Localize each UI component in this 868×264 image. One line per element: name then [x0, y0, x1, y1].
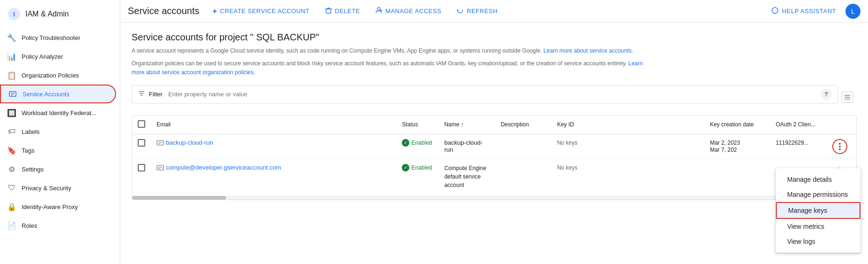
row2-keyid-cell: No keys — [551, 159, 704, 194]
delete-icon — [325, 7, 332, 16]
sidebar-label-service-accounts: Service Accounts — [23, 91, 70, 98]
sidebar-item-policy-analyzer[interactable]: 📊 Policy Analyzer — [0, 47, 116, 66]
learn-more-service-accounts-link[interactable]: Learn more about service accounts. — [543, 47, 633, 54]
dropdown-view-logs[interactable]: View logs — [776, 234, 860, 249]
table-row: backup-cloud-run ✓ Enabled backup-cloud-… — [132, 134, 856, 159]
svg-rect-5 — [326, 9, 331, 13]
row1-action-button[interactable] — [832, 139, 847, 154]
row1-checkbox-cell — [132, 134, 151, 159]
user-avatar[interactable]: L — [845, 4, 860, 19]
delete-button-label: DELETE — [335, 8, 360, 15]
row2-status-dot: ✓ — [402, 164, 409, 171]
row2-checkbox[interactable] — [138, 164, 145, 171]
refresh-button[interactable]: REFRESH — [451, 4, 503, 19]
sidebar-item-settings[interactable]: ⚙ Settings — [0, 160, 116, 179]
manage-access-icon — [375, 7, 383, 16]
svg-point-10 — [377, 8, 380, 10]
horizontal-scrollbar[interactable] — [132, 196, 856, 200]
col-header-keydate: Key creation date — [704, 116, 770, 134]
sidebar-app-title: IAM & Admin — [25, 10, 69, 18]
row2-key-id: No keys — [557, 164, 577, 171]
content-area: Service accounts for project " SQL BACKU… — [120, 23, 868, 264]
policy-analyzer-icon: 📊 — [8, 52, 16, 61]
service-account-icon — [156, 139, 164, 147]
sidebar-label-workload-identity: Workload Identity Federat... — [22, 109, 96, 116]
row1-email-cell: backup-cloud-run — [151, 134, 396, 159]
row2-email-cell: compute@developer.gserviceaccount.com — [151, 159, 396, 194]
labels-icon: 🏷 — [8, 127, 16, 136]
sidebar-item-workload-identity[interactable]: 🔲 Workload Identity Federat... — [0, 103, 116, 122]
row1-checkbox[interactable] — [138, 139, 145, 147]
sidebar-item-privacy-security[interactable]: 🛡 Privacy & Security — [0, 179, 116, 197]
roles-icon: 📄 — [8, 221, 16, 230]
sidebar-label-policy-troubleshooter: Policy Troubleshooter — [22, 34, 80, 41]
filter-icon — [138, 90, 145, 99]
help-assistant-button[interactable]: HELP ASSISTANT — [765, 4, 842, 19]
content-description1: A service account represents a Google Cl… — [132, 47, 649, 55]
row2-name-text: Compute Engine default service account — [444, 165, 486, 188]
sidebar-label-tags: Tags — [22, 147, 34, 154]
row1-name-cell: backup-cloud-run — [438, 134, 495, 159]
row2-status-badge: ✓ Enabled — [402, 164, 433, 171]
organization-policies-icon: 📋 — [8, 71, 16, 79]
row1-name-text: backup-cloud-run — [444, 139, 483, 153]
dropdown-view-metrics[interactable]: View metrics — [776, 219, 860, 234]
sidebar-item-tags[interactable]: 🔖 Tags — [0, 141, 116, 160]
col-header-name[interactable]: Name ↑ — [438, 116, 495, 134]
dropdown-manage-permissions[interactable]: Manage permissions — [776, 187, 860, 202]
sidebar-label-organization-policies: Organization Policies — [22, 72, 79, 79]
sidebar-item-service-accounts[interactable]: Service Accounts — [0, 85, 116, 103]
sidebar-label-identity-aware-proxy: Identity-Aware Proxy — [22, 203, 78, 210]
plus-icon: + — [212, 7, 217, 16]
service-accounts-icon — [8, 90, 17, 98]
manage-access-button[interactable]: MANAGE ACCESS — [369, 4, 447, 19]
tags-icon: 🔖 — [8, 146, 16, 155]
row2-keydate-cell — [704, 159, 770, 194]
filter-bar: Filter ? — [132, 85, 838, 104]
col-header-actions: Actions — [827, 116, 856, 134]
sidebar-item-roles[interactable]: 📄 Roles — [0, 216, 116, 235]
row1-status-text: Enabled — [411, 140, 432, 146]
sidebar-item-policy-troubleshooter[interactable]: 🔧 Policy Troubleshooter — [0, 28, 116, 47]
content-page-title: Service accounts for project " SQL BACKU… — [132, 32, 857, 43]
svg-rect-2 — [9, 92, 16, 96]
sidebar-label-privacy-security: Privacy & Security — [22, 185, 71, 192]
row1-action-cell — [827, 134, 856, 159]
row1-keydate-cell: Mar 2, 2023Mar 7, 202 — [704, 134, 770, 159]
row1-email-link[interactable]: backup-cloud-run — [166, 139, 213, 146]
filter-help-button[interactable]: ? — [821, 89, 832, 100]
create-service-account-button[interactable]: + CREATE SERVICE ACCOUNT — [207, 4, 315, 19]
dropdown-manage-details[interactable]: Manage details — [776, 172, 860, 187]
row2-status-cell: ✓ Enabled — [396, 159, 438, 194]
col-header-email: Email — [151, 116, 396, 134]
row2-status-text: Enabled — [411, 164, 432, 171]
scrollbar-thumb[interactable] — [132, 196, 226, 200]
page-title: Service accounts — [128, 6, 199, 16]
delete-button[interactable]: DELETE — [319, 4, 366, 19]
avatar-letter: L — [851, 8, 855, 15]
row1-oauth-cell: 111922629... — [770, 134, 827, 159]
identity-aware-proxy-icon: 🔒 — [8, 202, 16, 211]
filter-input[interactable] — [168, 91, 817, 98]
row1-keyid-cell: No keys — [551, 134, 704, 159]
sidebar-item-identity-aware-proxy[interactable]: 🔒 Identity-Aware Proxy — [0, 197, 116, 216]
policy-troubleshooter-icon: 🔧 — [8, 33, 16, 42]
table-row: compute@developer.gserviceaccount.com ✓ … — [132, 159, 856, 194]
refresh-button-label: REFRESH — [467, 8, 498, 15]
sidebar-item-organization-policies[interactable]: 📋 Organization Policies — [0, 66, 116, 85]
column-settings-button[interactable] — [842, 92, 853, 103]
dropdown-manage-keys[interactable]: Manage keys — [776, 202, 860, 219]
service-accounts-table: Email Status Name ↑ Description Key ID — [132, 115, 857, 200]
description2-text: Organization policies can be used to sec… — [132, 60, 627, 67]
sidebar-item-labels[interactable]: 🏷 Labels — [0, 122, 116, 141]
sidebar: I IAM & Admin 🔧 Policy Troubleshooter 📊 … — [0, 0, 120, 264]
col-header-checkbox — [132, 116, 151, 134]
select-all-checkbox[interactable] — [138, 120, 145, 128]
col-header-status: Status — [396, 116, 438, 134]
row2-email-link[interactable]: compute@developer.gserviceaccount.com — [166, 164, 281, 171]
description1-text: A service account represents a Google Cl… — [132, 47, 542, 54]
sidebar-label-policy-analyzer: Policy Analyzer — [22, 53, 63, 60]
sidebar-label-roles: Roles — [22, 222, 37, 229]
three-dots-icon — [839, 143, 841, 150]
col-header-oauth: OAuth 2 Clien... — [770, 116, 827, 134]
